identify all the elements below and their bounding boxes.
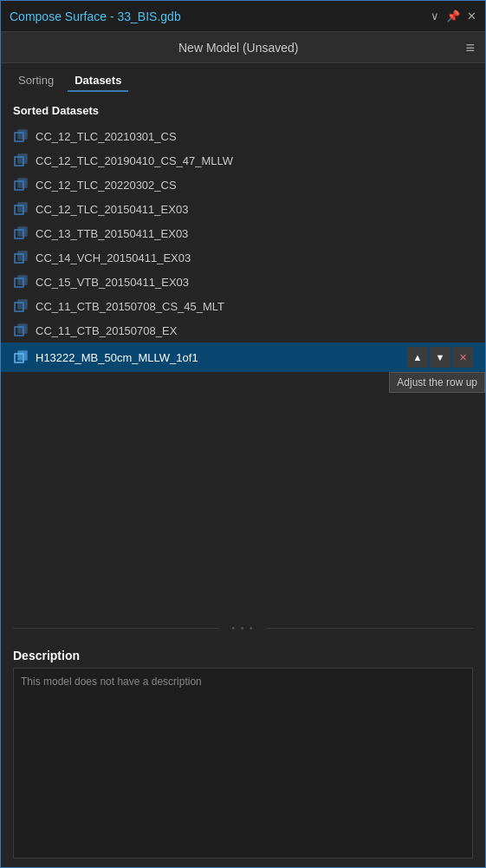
move-up-button[interactable]: ▲ [407,347,428,368]
tabs-container: Sorting Datasets [1,63,485,92]
list-item[interactable]: CC_14_VCH_20150411_EX03 [1,245,485,270]
svg-rect-11 [18,251,27,260]
row-actions: ▲ ▼ ✕ [407,347,473,368]
divider-line-right [267,628,473,629]
model-name: New Model (Unsaved) [11,41,465,55]
dataset-icon [13,250,29,265]
dataset-icon [13,274,29,290]
dataset-icon [13,177,29,193]
title-bar: Compose Surface - 33_BIS.gdb ∨ 📌 ✕ [1,1,485,32]
list-item[interactable]: CC_12_TLC_20220302_CS [1,173,485,197]
svg-rect-5 [18,179,27,187]
description-section: Description This model does not have a d… [1,640,485,867]
description-heading: Description [13,649,473,662]
menu-bar: New Model (Unsaved) ≡ [1,32,485,63]
tooltip-adjust-row-up: Adjust the row up [389,372,485,393]
dataset-label: CC_13_TTB_20150411_EX03 [36,227,188,240]
svg-rect-17 [18,324,27,333]
dataset-label: H13222_MB_50cm_MLLW_1of1 [36,351,198,364]
description-text: This model does not have a description [21,675,202,688]
list-item[interactable]: CC_11_CTB_20150708_CS_45_MLT [1,294,485,318]
svg-rect-1 [18,130,27,139]
dataset-icon [13,349,29,365]
svg-rect-15 [18,300,27,309]
svg-rect-9 [18,227,27,236]
list-item[interactable]: CC_12_TLC_20210301_CS [1,124,485,148]
hamburger-menu[interactable]: ≡ [465,40,475,55]
move-down-button[interactable]: ▼ [430,347,450,368]
divider-line-left [13,628,219,629]
dataset-label: CC_12_TLC_20190410_CS_47_MLLW [36,154,233,167]
svg-rect-13 [18,276,27,284]
svg-rect-19 [18,351,27,360]
divider: • • • [1,617,485,640]
dataset-icon [13,201,29,217]
dataset-label: CC_11_CTB_20150708_EX [36,324,177,337]
tab-datasets[interactable]: Datasets [68,70,128,92]
pin-icon[interactable]: 📌 [446,10,460,23]
remove-button[interactable]: ✕ [452,347,473,368]
dataset-label: CC_14_VCH_20150411_EX03 [36,251,191,264]
section-heading: Sorted Datasets [1,101,485,124]
svg-rect-7 [18,203,27,212]
window-title: Compose Surface - 33_BIS.gdb [10,10,181,23]
dataset-label: CC_11_CTB_20150708_CS_45_MLT [36,300,224,313]
datasets-section: Sorted Datasets CC_12_TLC_20210301_CS [1,92,485,617]
dataset-icon [13,323,29,338]
dataset-label: CC_12_TLC_20210301_CS [36,130,177,143]
close-icon[interactable]: ✕ [467,10,476,23]
dropdown-icon[interactable]: ∨ [431,10,439,23]
svg-rect-3 [18,154,27,163]
list-item[interactable]: CC_12_TLC_20190410_CS_47_MLLW [1,148,485,173]
list-item[interactable]: CC_13_TTB_20150411_EX03 [1,221,485,245]
dataset-icon [13,128,29,144]
list-item[interactable]: CC_11_CTB_20150708_EX [1,318,485,343]
title-bar-controls: ∨ 📌 ✕ [431,10,476,23]
description-box: This model does not have a description [13,668,473,858]
list-item-selected[interactable]: H13222_MB_50cm_MLLW_1of1 ▲ ▼ ✕ Adjust th… [1,343,485,372]
main-content: Sorted Datasets CC_12_TLC_20210301_CS [1,92,485,867]
dataset-icon [13,153,29,168]
divider-handle[interactable]: • • • [231,623,254,633]
dataset-label: CC_15_VTB_20150411_EX03 [36,276,189,289]
dataset-list: CC_12_TLC_20210301_CS CC_12_TLC_20190410… [1,124,485,372]
dataset-icon [13,225,29,241]
tab-sorting[interactable]: Sorting [11,70,61,92]
list-item[interactable]: CC_15_VTB_20150411_EX03 [1,270,485,294]
dataset-icon [13,298,29,314]
main-window: Compose Surface - 33_BIS.gdb ∨ 📌 ✕ New M… [0,0,486,868]
dataset-label: CC_12_TLC_20150411_EX03 [36,203,188,216]
list-item[interactable]: CC_12_TLC_20150411_EX03 [1,197,485,221]
dataset-label: CC_12_TLC_20220302_CS [36,179,177,192]
